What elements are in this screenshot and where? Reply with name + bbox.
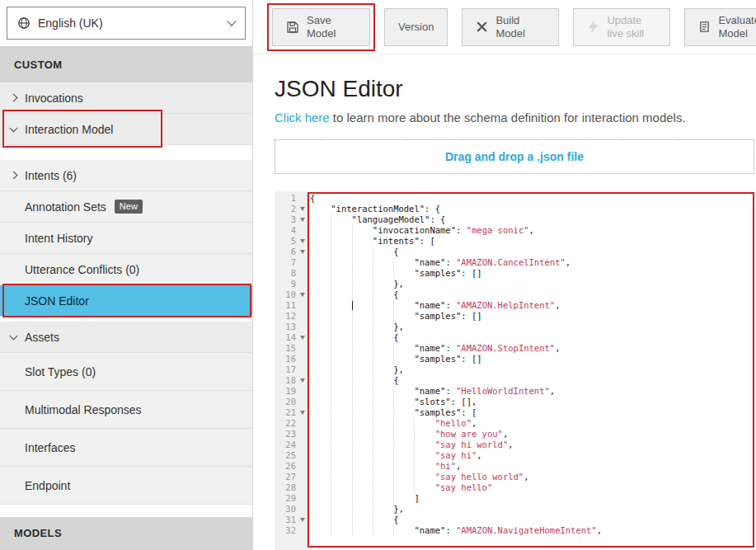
code-line[interactable]: { — [308, 289, 756, 300]
code-line[interactable]: { — [308, 193, 756, 204]
gutter-line[interactable]: 23 — [275, 429, 307, 440]
fold-arrow-icon[interactable] — [300, 207, 305, 211]
gutter-line[interactable]: 24 — [275, 440, 307, 450]
editor-code[interactable]: { "interactionModel": { "languageModel":… — [308, 191, 756, 550]
sidebar-item-invocations[interactable]: Invocations — [0, 82, 252, 114]
gutter-line[interactable]: 19 — [275, 386, 307, 397]
line-number: 5 — [291, 236, 296, 246]
gutter-line[interactable]: 3 — [275, 214, 307, 225]
version-button[interactable]: Version — [384, 8, 448, 46]
fold-arrow-icon[interactable] — [300, 411, 305, 415]
fold-arrow-icon[interactable] — [300, 336, 305, 340]
code-line[interactable]: "samples": [] — [308, 268, 756, 279]
gutter-line[interactable]: 8 — [275, 268, 307, 279]
code-line[interactable]: "name": "AMAZON.NavigateHomeIntent", — [308, 525, 756, 536]
save-model-button[interactable]: Save Model — [272, 8, 370, 46]
code-line[interactable]: "say hi world", — [308, 440, 756, 450]
gutter-line[interactable]: 6 — [275, 247, 307, 257]
code-token: [ — [425, 236, 435, 246]
gutter-line[interactable]: 11 — [275, 300, 307, 311]
language-selector[interactable]: English (UK) — [7, 7, 246, 40]
gutter-line[interactable]: 9 — [275, 279, 307, 289]
code-line[interactable]: "samples": [ — [308, 407, 756, 418]
docs-link[interactable]: Click here — [275, 110, 330, 125]
indent-guide — [393, 257, 394, 268]
gutter-line[interactable]: 20 — [275, 397, 307, 407]
fold-arrow-icon[interactable] — [300, 239, 305, 243]
fold-arrow-icon[interactable] — [300, 293, 305, 297]
gutter-line[interactable]: 25 — [275, 450, 307, 461]
gutter-line[interactable]: 31 — [275, 515, 307, 525]
gutter-line[interactable]: 13 — [275, 322, 307, 332]
code-line[interactable]: "say hello" — [308, 482, 756, 493]
gutter-line[interactable]: 2 — [275, 204, 307, 214]
gutter-line[interactable]: 5 — [275, 236, 307, 247]
sidebar-item-endpoint[interactable]: Endpoint — [0, 467, 252, 505]
code-line[interactable]: "hi", — [308, 461, 756, 472]
sidebar-item-intents[interactable]: Intents (6) — [0, 160, 252, 191]
code-line[interactable]: "samples": [] — [308, 311, 756, 322]
gutter-line[interactable]: 30 — [275, 504, 307, 515]
gutter-line[interactable]: 27 — [275, 472, 307, 482]
code-line[interactable]: "slots": [], — [308, 397, 756, 407]
sidebar-item-interfaces[interactable]: Interfaces — [0, 429, 252, 467]
code-line[interactable]: }, — [308, 279, 756, 289]
gutter-line[interactable]: 28 — [275, 482, 307, 493]
evaluate-model-button[interactable]: Evaluate Model — [684, 8, 756, 46]
gutter-line[interactable]: 4 — [275, 225, 307, 236]
indent-guide — [331, 397, 331, 407]
gutter-line[interactable]: 17 — [275, 364, 307, 375]
build-model-button[interactable]: Build Model — [462, 8, 559, 46]
sidebar-item-annotation-sets[interactable]: Annotation SetsNew — [0, 191, 252, 223]
code-line[interactable]: { — [308, 515, 756, 525]
gutter-line[interactable]: 18 — [275, 375, 307, 386]
sidebar-item-intent-history[interactable]: Intent History — [0, 223, 252, 254]
gutter-line[interactable]: 22 — [275, 418, 307, 429]
indent-guide — [331, 322, 331, 332]
gutter-line[interactable]: 12 — [275, 311, 307, 322]
sidebar-item-slot-types[interactable]: Slot Types (0) — [0, 353, 252, 391]
sidebar-item-utterance-conflicts[interactable]: Utterance Conflicts (0) — [0, 254, 252, 285]
code-line[interactable]: "samples": [] — [308, 354, 756, 364]
sidebar-item-assets[interactable]: Assets — [0, 322, 252, 353]
gutter-line[interactable]: 7 — [275, 257, 307, 268]
code-line[interactable]: "intents": [ — [308, 236, 756, 247]
sidebar-item-interaction-model[interactable]: Interaction Model — [0, 114, 252, 145]
json-code-editor[interactable]: 1234567891011121314151617181920212223242… — [275, 191, 756, 550]
code-line[interactable]: "interactionModel": { — [308, 204, 756, 214]
docs-hint-text: to learn more about the schema definitio… — [330, 110, 686, 125]
gutter-line[interactable]: 26 — [275, 461, 307, 472]
sidebar-item-json-editor[interactable]: JSON Editor — [0, 285, 252, 317]
gutter-line[interactable]: 10 — [275, 289, 307, 300]
code-line[interactable]: "how are you", — [308, 429, 756, 440]
code-line[interactable]: "name": "AMAZON.CancelIntent", — [308, 257, 756, 268]
gutter-line[interactable]: 1 — [275, 193, 307, 204]
code-line[interactable]: "name": "HelloWorldIntent", — [308, 386, 756, 397]
code-line[interactable]: "hello", — [308, 418, 756, 429]
json-dropzone[interactable]: Drag and drop a .json file — [275, 139, 754, 174]
code-line[interactable]: { — [308, 375, 756, 386]
fold-arrow-icon[interactable] — [300, 518, 305, 522]
fold-arrow-icon[interactable] — [300, 378, 305, 383]
gutter-line[interactable]: 29 — [275, 493, 307, 504]
gutter-line[interactable]: 16 — [275, 354, 307, 364]
fold-arrow-icon[interactable] — [300, 218, 305, 222]
code-line[interactable]: "say hi", — [308, 450, 756, 461]
code-line[interactable]: }, — [308, 322, 756, 332]
code-line[interactable]: "languageModel": { — [308, 214, 756, 225]
code-line[interactable]: }, — [308, 364, 756, 375]
gutter-line[interactable]: 15 — [275, 343, 307, 354]
code-line[interactable]: "say hello world", — [308, 472, 756, 482]
code-line[interactable]: "name": "AMAZON.StopIntent", — [308, 343, 756, 354]
code-line[interactable]: }, — [308, 504, 756, 515]
code-line[interactable]: "name": "AMAZON.HelpIntent", — [308, 300, 756, 311]
sidebar-item-multimodal-responses[interactable]: Multimodal Responses — [0, 391, 252, 429]
gutter-line[interactable]: 21 — [275, 407, 307, 418]
gutter-line[interactable]: 32 — [275, 525, 307, 536]
code-line[interactable]: ] — [308, 493, 756, 504]
fold-arrow-icon[interactable] — [300, 250, 305, 254]
code-line[interactable]: { — [308, 247, 756, 257]
code-line[interactable]: "invocationName": "mega sonic", — [308, 225, 756, 236]
code-line[interactable]: { — [308, 332, 756, 343]
gutter-line[interactable]: 14 — [275, 332, 307, 343]
